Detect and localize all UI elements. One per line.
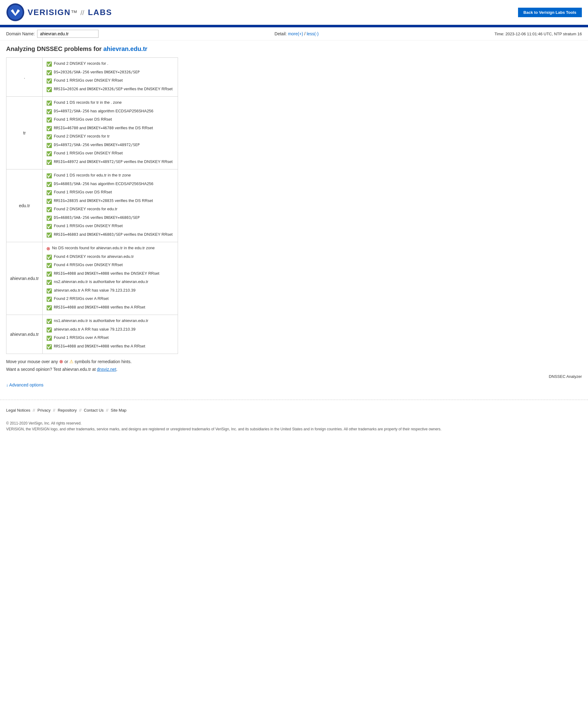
result-text: DS=46803/SHA-256 has algorithm ECDSAP256… — [54, 181, 153, 187]
result-item: ✅RRSIG=4088 and DNSKEY=4088 verifies the… — [46, 343, 174, 351]
page-title: Analyzing DNSSEC problems for ahievran.e… — [6, 45, 582, 52]
second-opinion-suffix: . — [116, 367, 118, 372]
copyright-line: © 2011-2020 VeriSign, Inc. All rights re… — [6, 421, 582, 426]
ok-icon: ✅ — [46, 133, 52, 141]
dnsviz-link[interactable]: dnsviz.net — [97, 367, 116, 372]
mono-text: RRSIG=4088 — [54, 344, 76, 348]
mono-text: RRSIG=28835 — [54, 199, 78, 203]
footer-sep-3: // — [79, 408, 81, 413]
result-text: No DS records found for ahievran.edu.tr … — [52, 245, 155, 251]
zone-results-cell: ⊗No DS records found for ahievran.edu.tr… — [43, 242, 178, 315]
result-item: ✅RRSIG=46803 and DNSKEY=46803/SEP verifi… — [46, 231, 174, 239]
result-text: Found 1 RRSIGs over DNSKEY RRset — [54, 223, 122, 229]
result-item: ✅Found 2 RRSIGs over A RRset — [46, 295, 174, 303]
footer-sitemap-link[interactable]: Site Map — [111, 408, 126, 413]
ok-icon: ✅ — [46, 99, 52, 107]
advanced-options-link[interactable]: ↓ Advanced options — [6, 382, 43, 387]
result-item: ✅RRSIG=4088 and DNSKEY=4088 verifies the… — [46, 270, 174, 278]
ok-icon: ✅ — [46, 214, 52, 222]
detail-less-link[interactable]: less(-) — [307, 31, 319, 36]
zone-results-cell: ✅Found 1 DS records for edu.tr in the tr… — [43, 169, 178, 242]
ok-icon: ✅ — [46, 108, 52, 116]
result-text: DS=48972/SHA-256 verifies DNSKEY=48972/S… — [54, 141, 140, 148]
result-text: ns2.ahievran.edu.tr is authoritative for… — [54, 278, 148, 285]
zone-results-cell: ✅Found 1 DS records for tr in the . zone… — [43, 97, 178, 169]
result-text: Found 2 DNSKEY records for edu.tr — [54, 206, 117, 212]
logo-labs: LABS — [88, 8, 112, 17]
ok-icon: ✅ — [46, 334, 52, 342]
hints-err-icon: ⊗ — [59, 359, 63, 364]
ok-icon: ✅ — [46, 326, 52, 334]
ok-icon: ✅ — [46, 189, 52, 197]
result-item: ✅Found 2 DNSKEY records for edu.tr — [46, 206, 174, 214]
footer-contact-link[interactable]: Contact Us — [84, 408, 103, 413]
hints-prefix: Move your mouse over any — [6, 359, 59, 364]
domain-input[interactable] — [37, 30, 99, 38]
ok-icon: ✅ — [46, 197, 52, 205]
result-item: ⊗No DS records found for ahievran.edu.tr… — [46, 245, 174, 253]
result-text: Found 2 RRSIGs over A RRset — [54, 295, 108, 302]
footer-legal-link[interactable]: Legal Notices — [6, 408, 30, 413]
result-item: ✅ns1.ahievran.edu.tr is authoritative fo… — [46, 317, 174, 325]
mono-text: DNSKEY=20326/SEP — [104, 70, 140, 74]
result-text: Found 2 DNSKEY records for tr — [54, 133, 110, 140]
result-item: ✅RRSIG=48972 and DNSKEY=48972/SEP verifi… — [46, 158, 174, 166]
toolbar: Domain Name: Detail: more(+) / less(-) T… — [0, 27, 588, 40]
result-item: ✅RRSIG=4088 and DNSKEY=4088 verifies the… — [46, 304, 174, 312]
result-text: ahievran.edu.tr A RR has value 79.123.21… — [54, 287, 135, 294]
second-opinion: Want a second opinion? Test ahievran.edu… — [6, 367, 582, 372]
zone-name-cell: edu.tr — [6, 169, 43, 242]
trademark-line: VERISIGN, the VERISIGN logo, and other t… — [6, 426, 582, 432]
analysis-table: .✅Found 2 DNSKEY records for .✅DS=20326/… — [6, 57, 178, 354]
result-text: Found 1 RRSIGs over DS RRset — [54, 189, 112, 196]
result-text: Found 1 DS records for tr in the . zone — [54, 99, 122, 106]
result-text: RRSIG=4088 and DNSKEY=4088 verifies the … — [54, 304, 145, 311]
second-opinion-prefix: Want a second opinion? Test ahievran.edu… — [6, 367, 97, 372]
mono-text: DS=20326/SHA-256 — [54, 70, 89, 74]
result-text: Found 1 RRSIGs over DNSKEY RRset — [54, 77, 122, 84]
footer-copyright: © 2011-2020 VeriSign, Inc. All rights re… — [0, 416, 588, 437]
result-item: ✅Found 4 DNSKEY records for ahievran.edu… — [46, 253, 174, 261]
mono-text: RRSIG=46803 — [54, 232, 78, 237]
result-text: RRSIG=20326 and DNSKEY=20326/SEP verifie… — [54, 86, 172, 92]
mono-text: DNSKEY=48972/SEP — [104, 143, 140, 147]
footer-privacy-link[interactable]: Privacy — [37, 408, 50, 413]
result-text: Found 1 RRSIGs over DNSKEY RRset — [54, 150, 122, 156]
logo-area: VERISIGN™ // LABS — [6, 3, 112, 21]
result-text: RRSIG=46780 and DNSKEY=46780 verifies th… — [54, 125, 153, 131]
result-text: ns1.ahievran.edu.tr is authoritative for… — [54, 317, 148, 324]
ok-icon: ✅ — [46, 343, 52, 351]
ok-icon: ✅ — [46, 253, 52, 261]
mono-text: RRSIG=46780 — [54, 126, 78, 130]
result-text: RRSIG=46803 and DNSKEY=46803/SEP verifie… — [54, 231, 172, 238]
result-item: ✅RRSIG=28835 and DNSKEY=28835 verifies t… — [46, 197, 174, 205]
mono-text: DS=48972/SHA-256 — [54, 143, 89, 147]
ok-icon: ✅ — [46, 304, 52, 312]
error-icon: ⊗ — [46, 245, 50, 253]
mono-text: DS=46803/SHA-256 — [54, 216, 89, 220]
mono-text: DS=48972/SHA-256 — [54, 109, 89, 113]
page-title-domain-link[interactable]: ahievran.edu.tr — [103, 45, 147, 52]
result-item: ✅DS=20326/SHA-256 verifies DNSKEY=20326/… — [46, 69, 174, 77]
detail-more-link[interactable]: more(+) — [288, 31, 303, 36]
ok-icon: ✅ — [46, 86, 52, 94]
logo-text-group: VERISIGN™ // LABS — [28, 8, 112, 17]
ok-icon: ✅ — [46, 60, 52, 68]
ok-icon: ✅ — [46, 270, 52, 278]
result-text: RRSIG=4088 and DNSKEY=4088 verifies the … — [54, 270, 159, 277]
page-header: VERISIGN™ // LABS Back to Verisign Labs … — [0, 0, 588, 25]
mono-text: RRSIG=20326 — [54, 87, 78, 91]
hints-warn-icon: ⚠ — [69, 359, 73, 364]
result-item: ✅DS=48972/SHA-256 has algorithm ECDSAP25… — [46, 108, 174, 116]
mono-text: DNSKEY=4088 — [85, 305, 109, 310]
zone-name-cell: tr — [6, 97, 43, 169]
back-button[interactable]: Back to Verisign Labs Tools — [518, 8, 582, 17]
result-item: ✅DS=46803/SHA-256 has algorithm ECDSAP25… — [46, 181, 174, 189]
ok-icon: ✅ — [46, 317, 52, 325]
result-text: Found 4 RRSIGs over DNSKEY RRset — [54, 261, 122, 268]
footer-repository-link[interactable]: Repository — [58, 408, 77, 413]
ok-icon: ✅ — [46, 150, 52, 158]
hints-text: Move your mouse over any ⊗ or ⚠ symbols … — [6, 359, 582, 364]
footer-sep-1: // — [33, 408, 35, 413]
logo-sep: // — [81, 9, 86, 17]
